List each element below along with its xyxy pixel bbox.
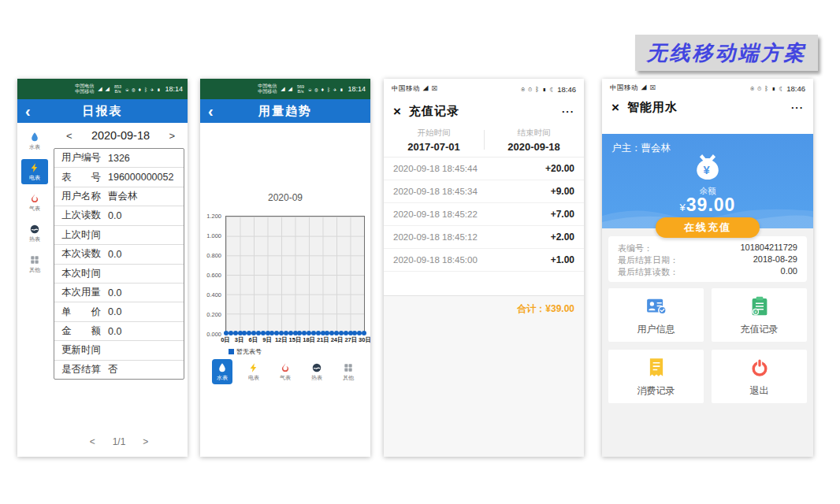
table-row: 用户编号1326: [54, 149, 184, 168]
current-date[interactable]: 2020-09-18: [91, 129, 150, 142]
sidebar-item-heat-meter[interactable]: 热表: [21, 220, 48, 246]
sidebar-item-water-meter[interactable]: 水表: [21, 128, 48, 154]
page-indicator: 1/1: [113, 436, 126, 447]
status-icons: ◉ ☉ ᛒ ▮ ☾: [750, 85, 783, 92]
table-row: 更新时间: [54, 341, 184, 360]
title-bar: ‹ 日报表: [17, 99, 188, 123]
user-info-icon: [645, 295, 668, 318]
next-date-button[interactable]: >: [164, 130, 180, 142]
prev-page-button[interactable]: <: [90, 436, 95, 447]
more-menu-icon[interactable]: ···: [791, 102, 804, 113]
status-icons: ◉ Ⓝ ♦ ᛒ ✈ ▮: [125, 87, 161, 92]
chart-month-title: 2020-09: [200, 192, 370, 203]
table-row: 单 价0.0: [54, 302, 184, 321]
back-icon[interactable]: ‹: [208, 101, 214, 121]
legend-series-name: 暂无表号: [236, 347, 262, 356]
table-row: 本次时间: [54, 265, 184, 284]
field-value: 0.0: [108, 326, 121, 337]
field-value: 0.0: [108, 306, 121, 317]
record-time: 2020-09-18 18:45:22: [393, 209, 478, 219]
table-row: 用户名称曹会林: [54, 187, 184, 206]
recharge-record-icon: ¥: [748, 295, 771, 318]
tab-water-meter[interactable]: 水表: [212, 359, 232, 384]
sidebar-item-other-meter[interactable]: 其他: [21, 251, 48, 276]
y-tick-label: 0.400: [206, 291, 221, 298]
prev-date-button[interactable]: <: [61, 130, 77, 142]
menu-item-user-info[interactable]: 用户信息: [608, 288, 704, 342]
menu-item-recharge-record[interactable]: ¥充值记录: [712, 288, 807, 342]
end-date-filter[interactable]: 结束时间 2020-09-18: [484, 123, 584, 157]
signal-bars-icon: ◢ ◢: [281, 86, 293, 92]
sidebar-item-electric-meter[interactable]: 电表: [21, 159, 48, 184]
meter-type-tabs: 水表电表气表热表其他: [200, 359, 370, 384]
svg-text:¥: ¥: [704, 164, 711, 176]
table-row: 金 额0.0: [54, 322, 184, 341]
table-row: 是否结算否: [54, 361, 184, 379]
info-label: 最后结算读数：: [618, 266, 678, 278]
next-page-button[interactable]: >: [143, 436, 148, 447]
x-tick-label: 30日: [359, 336, 370, 344]
meter-label: 水表: [29, 143, 40, 151]
signal-bars-icon: ◢ ◢: [98, 86, 110, 92]
field-label: 用户编号: [61, 151, 101, 165]
network-rate: 853 B/s: [114, 84, 121, 94]
status-bar: 中国电信 中国移动 ◢ ◢ 569 B/s ◉ Ⓝ ♦ ᛒ ✈ ▮ 18:14: [200, 79, 370, 99]
more-menu-icon[interactable]: ···: [562, 106, 574, 117]
record-amount: +20.00: [545, 163, 574, 174]
page-title: 用量趋势: [200, 104, 370, 119]
carrier-and-signal: 中国移动 ◢ ☒: [392, 84, 521, 94]
close-icon[interactable]: ×: [611, 101, 619, 114]
field-label: 本次读数: [61, 247, 101, 261]
start-date-filter[interactable]: 开始时间 2017-07-01: [384, 123, 484, 157]
network-rate: 569 B/s: [297, 84, 304, 94]
x-tick-label: 15日: [289, 336, 302, 344]
table-row: 本次读数0.0: [54, 245, 184, 264]
date-navigator: < 2020-09-18 >: [61, 129, 180, 142]
tab-heat-meter[interactable]: 热表: [307, 359, 327, 384]
tab-gas-meter[interactable]: 气表: [275, 359, 295, 384]
status-bar: 中国移动 ◢ ☒ ◉ ☉ ᛒ ▮ ☾ 18:46: [384, 79, 584, 99]
field-value: 1326: [108, 153, 130, 164]
record-amount: +7.00: [551, 209, 574, 220]
chart-legend: 暂无表号: [229, 347, 262, 356]
money-bag-icon: ¥: [690, 150, 725, 184]
meter-label: 热表: [29, 235, 40, 243]
field-value: 0.0: [108, 210, 121, 221]
tab-other-meter[interactable]: 其他: [338, 359, 359, 384]
x-tick-label: 18日: [303, 336, 315, 344]
sidebar-item-gas-meter[interactable]: 气表: [21, 190, 48, 215]
meter-label: 热表: [311, 374, 322, 382]
tab-electric-meter[interactable]: 电表: [243, 359, 264, 384]
status-time: 18:14: [165, 85, 183, 93]
close-icon[interactable]: ×: [393, 105, 401, 118]
menu-label: 消费记录: [637, 384, 675, 398]
heat-meter-icon: [311, 362, 322, 373]
phone-usage-trend-screen: 中国电信 中国移动 ◢ ◢ 569 B/s ◉ Ⓝ ♦ ᛒ ✈ ▮ 18:14 …: [200, 79, 370, 457]
x-tick-label: 3日: [235, 336, 244, 344]
menu-item-consume-record[interactable]: 消费记录: [608, 350, 704, 403]
record-amount: +2.00: [551, 232, 574, 243]
balance-card: 户主：曹会林 ¥ 余额 ¥39.00 在线充值: [602, 134, 813, 228]
field-label: 金 额: [61, 324, 101, 338]
field-value: 0.0: [108, 249, 121, 260]
online-recharge-button[interactable]: 在线充值: [656, 217, 760, 238]
info-label: 最后结算日期：: [618, 254, 678, 266]
x-tick-label: 24日: [331, 336, 344, 344]
meter-label: 气表: [29, 205, 40, 213]
info-row: 最后结算读数：0.00: [618, 266, 797, 278]
back-icon[interactable]: ‹: [25, 101, 31, 121]
menu-item-logout[interactable]: 退出: [712, 350, 807, 403]
record-amount: +9.00: [551, 186, 574, 197]
record-amount: +1.00: [551, 254, 574, 265]
water-meter-icon: [29, 132, 40, 143]
total-row: 合计：¥39.00: [384, 295, 584, 457]
x-tick-label: 27日: [344, 336, 357, 344]
status-icons: ◉ ☉ ᛒ ▮ ☾: [521, 86, 554, 93]
home-menu-grid: 用户信息¥充值记录消费记录退出: [608, 288, 807, 403]
title-bar: ‹ 用量趋势: [200, 99, 370, 123]
y-tick-label: 0.800: [206, 252, 221, 259]
solution-title-banner: 无线移动端方案: [635, 35, 818, 71]
owner-name: 曹会林: [641, 143, 671, 154]
field-label: 表 号: [61, 171, 101, 184]
x-tick-label: 0日: [221, 336, 230, 344]
